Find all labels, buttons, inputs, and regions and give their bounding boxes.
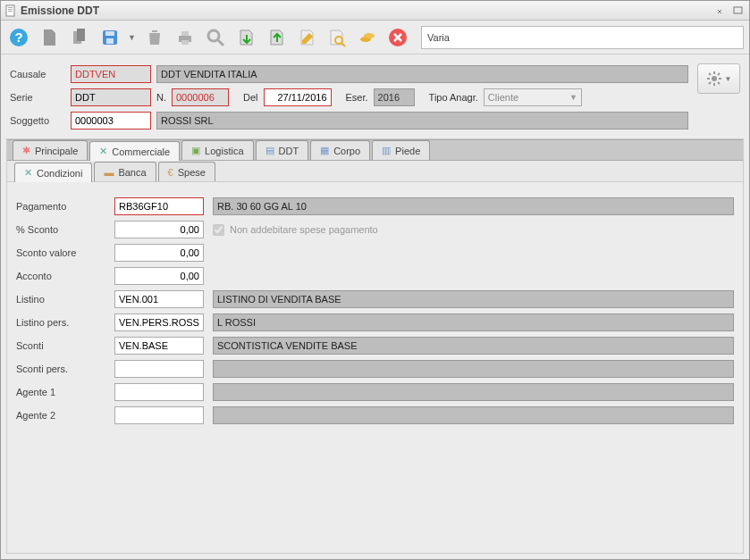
svg-rect-13 xyxy=(181,40,189,45)
export-icon[interactable] xyxy=(264,25,289,50)
svg-line-17 xyxy=(341,43,345,46)
agente1-input[interactable] xyxy=(114,383,204,401)
sconti-input[interactable] xyxy=(114,337,204,355)
svg-text:?: ? xyxy=(14,29,22,45)
sconti-label: Sconti xyxy=(16,340,105,351)
del-input[interactable] xyxy=(264,88,332,106)
agente2-label: Agente 2 xyxy=(16,410,105,421)
sconti-pers-label: Sconti pers. xyxy=(16,364,105,374)
header-form: Causale DDT VENDITA ITALIA Serie N. Del … xyxy=(1,54,749,138)
causale-desc: DDT VENDITA ITALIA xyxy=(156,65,688,83)
star-icon: ✱ xyxy=(22,145,30,156)
subtab-spese[interactable]: €Spese xyxy=(158,162,215,181)
svg-line-29 xyxy=(718,73,720,75)
numero-input[interactable] xyxy=(172,88,229,106)
coins-icon[interactable] xyxy=(355,25,380,50)
help-icon[interactable]: ? xyxy=(6,25,31,50)
tab-ddt[interactable]: ▤DDT xyxy=(256,140,309,160)
window-maximize-icon[interactable] xyxy=(731,4,746,17)
svg-point-21 xyxy=(712,76,717,81)
window-minimize-icon[interactable] xyxy=(715,4,729,17)
agente1-label: Agente 1 xyxy=(16,387,105,397)
listino-input[interactable] xyxy=(114,290,204,308)
bank-icon: ▬ xyxy=(104,167,114,178)
numero-label: N. xyxy=(156,92,166,103)
svg-point-14 xyxy=(208,30,219,41)
listino-pers-desc: L ROSSI xyxy=(213,313,734,331)
grid-icon: ▦ xyxy=(320,145,329,156)
svg-rect-3 xyxy=(8,11,13,12)
causale-input[interactable] xyxy=(71,65,151,83)
sconti-pers-desc xyxy=(213,360,734,378)
document-icon xyxy=(4,4,17,17)
agente1-desc xyxy=(213,383,734,401)
pagamento-input[interactable] xyxy=(114,197,204,215)
sconti-pers-input[interactable] xyxy=(114,360,204,378)
sconto-val-label: Sconto valore xyxy=(16,247,105,258)
listino-pers-label: Listino pers. xyxy=(16,317,105,328)
main-tabstrip: ✱Principale ✕Commerciale ▣Logistica ▤DDT… xyxy=(7,139,743,161)
svg-rect-1 xyxy=(8,7,13,8)
agente2-input[interactable] xyxy=(114,406,204,424)
copy-doc-icon[interactable] xyxy=(67,25,92,50)
save-dropdown-icon[interactable]: ▼ xyxy=(128,33,137,42)
tab-commerciale[interactable]: ✕Commerciale xyxy=(89,141,180,161)
tipo-label: Tipo Anagr. xyxy=(429,92,478,103)
svg-line-26 xyxy=(709,73,711,75)
svg-rect-8 xyxy=(105,31,114,36)
tab-corpo[interactable]: ▦Corpo xyxy=(310,140,370,160)
no-spese-checkbox: Non addebitare spese pagamento xyxy=(213,224,378,236)
del-label: Del xyxy=(243,92,258,103)
tipo-value: Cliente xyxy=(488,92,518,103)
pagamento-label: Pagamento xyxy=(16,201,105,212)
pagamento-desc: RB. 30 60 GG AL 10 xyxy=(213,197,734,215)
new-doc-icon[interactable] xyxy=(37,25,62,50)
find-doc-icon[interactable] xyxy=(324,25,350,50)
sconto-pct-label: % Sconto xyxy=(16,224,105,235)
eser-label: Eser. xyxy=(346,92,368,103)
acconto-label: Acconto xyxy=(16,271,105,281)
svg-line-15 xyxy=(218,40,223,46)
subtab-condizioni[interactable]: ✕Condizioni xyxy=(14,163,92,182)
save-icon[interactable] xyxy=(97,25,122,50)
footer-icon: ▥ xyxy=(382,145,391,156)
listino-desc: LISTINO DI VENDITA BASE xyxy=(213,290,734,308)
settings-button[interactable]: ▼ xyxy=(697,63,740,94)
tab-logistica[interactable]: ▣Logistica xyxy=(181,140,253,160)
print-icon[interactable] xyxy=(173,25,198,50)
serie-label: Serie xyxy=(10,92,65,103)
close-icon[interactable] xyxy=(385,25,410,50)
listino-pers-input[interactable] xyxy=(114,313,204,331)
tab-piede[interactable]: ▥Piede xyxy=(372,140,430,160)
import-icon[interactable] xyxy=(233,25,258,50)
svg-point-19 xyxy=(364,33,375,38)
tipo-select[interactable]: Cliente ▼ xyxy=(484,88,582,106)
sconto-pct-input[interactable] xyxy=(114,221,204,238)
tab-principale[interactable]: ✱Principale xyxy=(13,140,88,160)
soggetto-input[interactable] xyxy=(71,112,151,130)
doc-icon: ▤ xyxy=(265,145,274,156)
serie-input[interactable] xyxy=(71,88,151,106)
no-spese-check xyxy=(213,224,224,236)
truck-icon: ▣ xyxy=(191,145,200,156)
svg-rect-10 xyxy=(152,30,157,32)
search-icon[interactable] xyxy=(203,25,228,50)
soggetto-label: Soggetto xyxy=(10,115,65,126)
svg-line-27 xyxy=(718,82,720,84)
agente2-desc xyxy=(213,406,734,424)
svg-line-28 xyxy=(709,82,711,84)
gear-icon xyxy=(706,71,722,87)
sub-tabstrip: ✕Condizioni ▬Banca €Spese xyxy=(7,161,743,182)
trash-icon[interactable] xyxy=(142,25,167,50)
sconto-val-input[interactable] xyxy=(114,244,204,262)
sconti-desc: SCONTISTICA VENDITE BASE xyxy=(213,337,734,355)
chevron-down-icon: ▼ xyxy=(569,93,577,102)
condizioni-panel: Pagamento RB. 30 60 GG AL 10 % Sconto No… xyxy=(7,182,743,439)
titlebar: Emissione DDT xyxy=(1,1,749,21)
content-panel: ✱Principale ✕Commerciale ▣Logistica ▤DDT… xyxy=(6,138,744,554)
edit-icon[interactable] xyxy=(294,25,319,50)
subtab-banca[interactable]: ▬Banca xyxy=(94,162,156,181)
acconto-input[interactable] xyxy=(114,267,204,285)
tools-icon: ✕ xyxy=(24,167,32,179)
window: Emissione DDT ? ▼ Varia Causale DDT VEND… xyxy=(0,0,750,560)
